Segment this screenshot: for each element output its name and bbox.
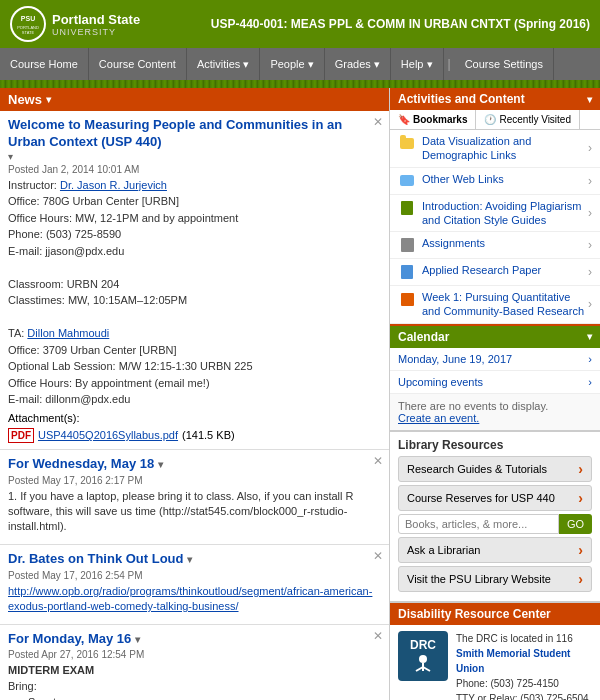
news-title-monday[interactable]: For Monday, May 16 ▾ (8, 631, 381, 648)
week-icon (398, 290, 416, 308)
svg-point-0 (12, 8, 44, 40)
news-expand-icon[interactable]: ▾ (46, 94, 51, 105)
clock-icon: 🕐 (484, 114, 496, 125)
drc-section: Disability Resource Center DRC The DRC i… (390, 601, 600, 700)
assignments-icon (398, 236, 416, 254)
activity-left-1: Other Web Links (398, 172, 588, 190)
calendar-upcoming-arrow: › (588, 376, 592, 388)
calendar-icon[interactable]: ▾ (587, 331, 592, 342)
calendar-current-date[interactable]: Monday, June 19, 2017 › (390, 348, 600, 371)
library-btn-ask[interactable]: Ask a Librarian › (398, 537, 592, 563)
news-body-wednesday: 1. If you have a laptop, please bring it… (8, 489, 381, 535)
activities-title: Activities and Content (398, 92, 525, 106)
activity-item-1[interactable]: Other Web Links › (390, 168, 600, 195)
activity-item-3[interactable]: Assignments › (390, 232, 600, 259)
nav-people[interactable]: People ▾ (260, 48, 324, 80)
attachment-link[interactable]: USP4405Q2016Syllabus.pdf (38, 429, 178, 441)
library-btn-reserves[interactable]: Course Reserves for USP 440 › (398, 485, 592, 511)
news-header-row: News ▾ (8, 92, 51, 107)
no-events-text: There are no events to display. Create a… (390, 394, 600, 430)
activity-left-2: Introduction: Avoiding Plagiarism and Ci… (398, 199, 588, 228)
library-search-button[interactable]: GO (559, 514, 592, 534)
news-date-3: Posted May 17, 2016 2:54 PM (8, 570, 381, 581)
activity-item-0[interactable]: Data Visualization and Demographic Links… (390, 130, 600, 168)
activity-label-0: Data Visualization and Demographic Links (422, 134, 588, 163)
activity-label-3: Assignments (422, 236, 485, 250)
nav-separator: | (444, 57, 455, 71)
activity-arrow-3: › (588, 238, 592, 252)
activities-arrow[interactable]: ▾ (587, 94, 592, 105)
ta-link[interactable]: Dillon Mahmoudi (27, 327, 109, 339)
svg-text:STATE: STATE (22, 30, 35, 35)
svg-point-6 (419, 655, 427, 663)
activity-label-5: Week 1: Pursuing Quantitative and Commun… (422, 290, 588, 319)
news-date-2: Posted May 17, 2016 2:17 PM (8, 475, 381, 486)
bookmark-icon: 🔖 (398, 114, 410, 125)
logo-icon: PSU PORTLAND STATE (10, 6, 46, 42)
news-title-wednesday[interactable]: For Wednesday, May 18 ▾ (8, 456, 381, 473)
library-search-bar: GO (398, 514, 592, 534)
news-close-btn-4[interactable]: ✕ (373, 629, 383, 643)
nav-course-settings[interactable]: Course Settings (455, 48, 554, 80)
nav-help[interactable]: Help ▾ (391, 48, 444, 80)
svg-text:DRC: DRC (410, 638, 436, 652)
news-body-bates: http://www.opb.org/radio/programs/thinko… (8, 584, 381, 615)
news-body-monday: MIDTERM EXAM Bring: Scantron #2 pencil C… (8, 663, 381, 700)
news-close-btn-1[interactable]: ✕ (373, 115, 383, 129)
library-btn-guides[interactable]: Research Guides & Tutorials › (398, 456, 592, 482)
calendar-section: Calendar ▾ Monday, June 19, 2017 › Upcom… (390, 324, 600, 430)
activities-tabs: 🔖 Bookmarks 🕐 Recently Visited (390, 110, 600, 130)
calendar-upcoming[interactable]: Upcoming events › (390, 371, 600, 394)
pdf-icon: PDF (8, 428, 34, 443)
link-icon (398, 172, 416, 190)
main-content: News ▾ ✕ Welcome to Measuring People and… (0, 88, 600, 700)
instructor-link[interactable]: Dr. Jason R. Jurjevich (60, 179, 167, 191)
nav-grades[interactable]: Grades ▾ (325, 48, 391, 80)
news-attachment: Attachment(s): (8, 412, 381, 424)
logo-area: PSU PORTLAND STATE Portland State UNIVER… (10, 6, 140, 42)
navigation-bar: Course Home Course Content Activities ▾ … (0, 48, 600, 80)
school-name: Portland State UNIVERSITY (52, 12, 140, 37)
news-title-welcome[interactable]: Welcome to Measuring People and Communit… (8, 117, 381, 151)
activity-left-0: Data Visualization and Demographic Links (398, 134, 588, 163)
activity-item-5[interactable]: Week 1: Pursuing Quantitative and Commun… (390, 286, 600, 324)
activities-header: Activities and Content ▾ (390, 88, 600, 110)
create-event-link[interactable]: Create an event. (398, 412, 479, 424)
nav-activities[interactable]: Activities ▾ (187, 48, 260, 80)
tab-recently-visited[interactable]: 🕐 Recently Visited (476, 110, 580, 129)
news-date-1: Posted Jan 2, 2014 10:01 AM (8, 164, 381, 175)
library-search-input[interactable] (398, 514, 559, 534)
bates-link[interactable]: http://www.opb.org/radio/programs/thinko… (8, 585, 372, 612)
drc-body-text: The DRC is located in 116 Smith Memorial… (456, 631, 592, 700)
activity-arrow-4: › (588, 265, 592, 279)
news-close-btn-2[interactable]: ✕ (373, 454, 383, 468)
grass-decoration (0, 80, 600, 88)
library-guides-arrow: › (578, 461, 583, 477)
library-visit-arrow: › (578, 571, 583, 587)
activity-arrow-1: › (588, 174, 592, 188)
tab-bookmarks[interactable]: 🔖 Bookmarks (390, 110, 476, 129)
book-icon (398, 199, 416, 217)
library-section: Library Resources Research Guides & Tuto… (390, 430, 600, 601)
news-close-btn-3[interactable]: ✕ (373, 549, 383, 563)
attachment-size: (141.5 KB) (182, 429, 235, 441)
activity-label-4: Applied Research Paper (422, 263, 541, 277)
left-column: News ▾ ✕ Welcome to Measuring People and… (0, 88, 390, 700)
activities-list: Data Visualization and Demographic Links… (390, 130, 600, 324)
news-attachment-file: PDF USP4405Q2016Syllabus.pdf (141.5 KB) (8, 428, 381, 443)
news-item-wednesday: ✕ For Wednesday, May 18 ▾ Posted May 17,… (0, 450, 389, 545)
activity-item-2[interactable]: Introduction: Avoiding Plagiarism and Ci… (390, 195, 600, 233)
list-item: Scantron (28, 694, 381, 700)
news-item-welcome: ✕ Welcome to Measuring People and Commun… (0, 111, 389, 450)
calendar-title: Calendar (398, 330, 449, 344)
nav-course-content[interactable]: Course Content (89, 48, 187, 80)
library-btn-visit[interactable]: Visit the PSU Library Website › (398, 566, 592, 592)
news-title-bates[interactable]: Dr. Bates on Think Out Loud ▾ (8, 551, 381, 568)
activity-arrow-2: › (588, 206, 592, 220)
course-title: USP-440-001: MEAS PPL & COMM IN URBAN CN… (140, 17, 590, 31)
drc-content: DRC The DRC is located in 116 Smith Memo… (390, 625, 600, 700)
activity-item-4[interactable]: Applied Research Paper › (390, 259, 600, 286)
activity-label-2: Introduction: Avoiding Plagiarism and Ci… (422, 199, 588, 228)
nav-course-home[interactable]: Course Home (0, 48, 89, 80)
news-item-monday: ✕ For Monday, May 16 ▾ Posted Apr 27, 20… (0, 625, 389, 700)
